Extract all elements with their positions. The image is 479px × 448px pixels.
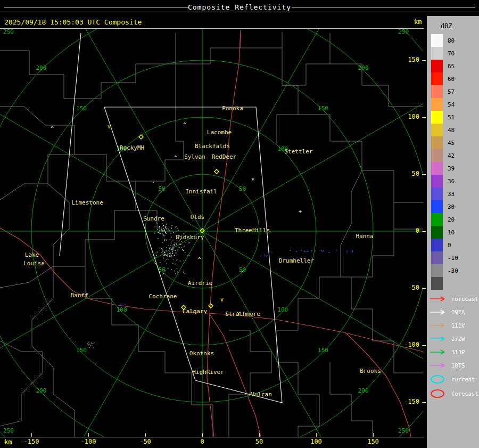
point-marker: + [299, 209, 302, 215]
y-axis-tickmark [422, 117, 426, 118]
dbz-scale-value: 30 [448, 203, 455, 210]
coverage-outline [60, 33, 282, 403]
legend-label: current [451, 376, 475, 382]
city-label: Lake [25, 251, 39, 258]
y-axis-tickmark [422, 402, 426, 403]
city-label: RedDeer [212, 153, 237, 160]
ring-distance-label: 150 [318, 347, 328, 354]
legend-item-111V: 111V [429, 319, 478, 332]
city-label: Limestone [71, 199, 103, 206]
dbz-scale-swatch [431, 175, 443, 188]
ring-distance-label: 150 [318, 105, 328, 112]
city-label: Blackfalds [195, 143, 230, 150]
dbz-scale-row: 10 [431, 226, 458, 239]
dbz-scale-swatch [431, 72, 443, 85]
dbz-scale-value: 36 [448, 178, 455, 185]
legend-item-forecast: forecast [429, 292, 478, 305]
ellipse-icon [429, 389, 448, 398]
diamond-marker [209, 304, 213, 308]
y-axis-tickmark [422, 288, 426, 289]
city-label: Innisfail [185, 188, 217, 195]
dbz-scale-swatch [431, 149, 443, 162]
city-label: Ponoka [222, 105, 243, 112]
city-label: Stettler [285, 148, 313, 155]
city-label: Airdrie [188, 280, 212, 287]
dbz-scale-row: 36 [431, 175, 458, 188]
ring-distance-label: 150 [76, 347, 87, 354]
point-marker: v [108, 124, 111, 129]
map-layers: 5010015020025050100150200250501001502002… [0, 0, 426, 448]
point-marker: ^ [198, 257, 201, 263]
dbz-scale-row: -10 [431, 251, 458, 264]
dbz-scale-swatch [431, 47, 443, 60]
dbz-scale-row: 80 [431, 34, 458, 47]
city-label: Hanna [356, 233, 373, 240]
legend-item-current: current [429, 372, 478, 386]
city-label: Lacombe [207, 129, 232, 136]
dbz-scale-value: 42 [448, 152, 455, 159]
ring-distance-label: 200 [358, 387, 369, 394]
dbz-scale-value: 0 [448, 242, 451, 249]
y-axis-tick-label: -150 [401, 398, 419, 405]
x-axis-tick-label: -150 [20, 438, 43, 445]
ring-distance-label: 150 [76, 105, 87, 112]
dbz-scale-value: 39 [448, 165, 455, 172]
dbz-scale-value: 65 [448, 63, 455, 70]
ring-distance-label: 200 [358, 64, 369, 71]
dbz-scale-value: 10 [448, 229, 455, 236]
city-label: Okotoks [189, 350, 214, 357]
x-axis-tick-label: 0 [191, 438, 214, 445]
dbz-scale-swatch [431, 188, 443, 200]
dbz-scale-row: 54 [431, 98, 458, 111]
dbz-scale-swatch [431, 239, 443, 251]
y-axis-tickmark [422, 60, 426, 61]
x-axis-tickmark [145, 433, 146, 437]
diamond-marker [139, 135, 143, 139]
dbz-scale-swatch [431, 200, 443, 213]
ring-distance-label: 50 [239, 185, 246, 192]
dbz-scale-swatch [431, 60, 443, 72]
dbz-scale-value: 54 [448, 101, 455, 108]
y-axis-tickmark [422, 231, 426, 232]
ring-distance-label: 250 [3, 28, 14, 35]
ring-distance-label: 250 [3, 427, 14, 434]
point-marker: . [241, 267, 244, 273]
dbz-scale-value: -10 [448, 255, 458, 262]
dbz-scale-row: 51 [431, 111, 458, 124]
city-label: Sylvan [184, 153, 205, 160]
y-axis-tick-label: 150 [401, 56, 419, 63]
legend-label: 111V [451, 322, 465, 329]
legend-item-27ZW: 27ZW [429, 332, 478, 345]
city-label: Didsbury [176, 234, 204, 241]
legend-item-31JP: 31JP [429, 345, 478, 359]
x-axis-tickmark [316, 433, 317, 437]
city-label: Brooks [360, 368, 381, 374]
dbz-scale-row: 65 [431, 60, 458, 72]
arrow-icon [429, 361, 448, 370]
dbz-scale-value: 20 [448, 216, 455, 223]
x-axis-tickmark [202, 433, 203, 437]
ring-distance-label: 200 [36, 387, 46, 394]
x-axis-tick-label: 100 [304, 438, 328, 445]
point-marker: ^ [183, 122, 186, 128]
dbz-scale-swatch [431, 98, 443, 111]
arrow-icon [429, 307, 448, 317]
x-axis-tickmark [259, 433, 260, 437]
city-label: Strathmore [225, 311, 260, 317]
dbz-scale-row: 33 [431, 188, 458, 200]
dbz-scale-swatch [431, 85, 443, 98]
city-label: RockyMH [120, 144, 144, 151]
point-marker: * [251, 177, 254, 183]
radar-map[interactable]: 5010015020025050100150200250501001502002… [0, 0, 426, 448]
x-axis-tick-label: 150 [361, 438, 385, 445]
legend: forecast09EA111V27ZW31JP18TScurrentforec… [429, 292, 478, 401]
point-markers: ^v.^^*+.^vx [51, 122, 302, 316]
dbz-colorbar: 807065605754514845423936333020100-10-30 [431, 34, 458, 290]
legend-label: 18TS [451, 362, 465, 369]
y-axis-tickmark [422, 345, 426, 346]
legend-label: 09EA [451, 309, 465, 315]
dbz-scale-row: 39 [431, 162, 458, 175]
dbz-scale-swatch [431, 34, 443, 47]
ring-distance-label: 100 [277, 306, 288, 313]
y-axis-tick-label: 100 [401, 113, 419, 120]
